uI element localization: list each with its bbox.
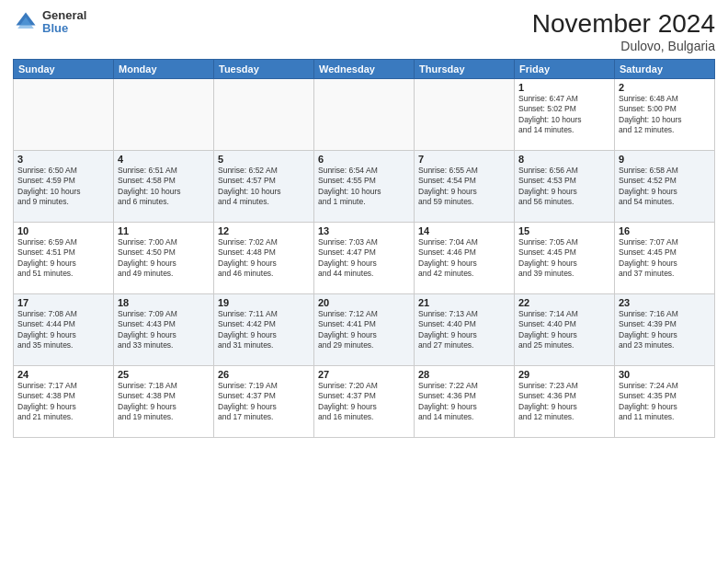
day-info: Sunrise: 7:14 AM Sunset: 4:40 PM Dayligh… [518,309,610,351]
calendar-cell-w3-d6: 23Sunrise: 7:16 AM Sunset: 4:39 PM Dayli… [615,294,715,366]
calendar-week-3: 17Sunrise: 7:08 AM Sunset: 4:44 PM Dayli… [14,294,715,366]
day-number: 18 [118,297,210,308]
day-number: 11 [118,225,210,236]
day-info: Sunrise: 7:18 AM Sunset: 4:38 PM Dayligh… [118,381,210,423]
day-info: Sunrise: 7:12 AM Sunset: 4:41 PM Dayligh… [318,309,410,351]
day-info: Sunrise: 6:54 AM Sunset: 4:55 PM Dayligh… [318,166,410,208]
day-number: 15 [518,225,610,236]
calendar-cell-w0-d1 [114,79,214,151]
calendar-cell-w4-d4: 28Sunrise: 7:22 AM Sunset: 4:36 PM Dayli… [415,366,515,438]
col-saturday: Saturday [615,60,715,79]
calendar-cell-w3-d0: 17Sunrise: 7:08 AM Sunset: 4:44 PM Dayli… [14,294,114,366]
calendar-cell-w4-d0: 24Sunrise: 7:17 AM Sunset: 4:38 PM Dayli… [14,366,114,438]
day-info: Sunrise: 7:03 AM Sunset: 4:47 PM Dayligh… [318,237,410,280]
col-monday: Monday [114,60,214,79]
day-info: Sunrise: 7:24 AM Sunset: 4:35 PM Dayligh… [619,381,711,423]
calendar-cell-w1-d0: 3Sunrise: 6:50 AM Sunset: 4:59 PM Daylig… [14,151,114,223]
day-number: 2 [619,82,711,93]
calendar-cell-w3-d4: 21Sunrise: 7:13 AM Sunset: 4:40 PM Dayli… [415,294,515,366]
calendar-cell-w0-d5: 1Sunrise: 6:47 AM Sunset: 5:02 PM Daylig… [515,79,615,151]
calendar-cell-w3-d3: 20Sunrise: 7:12 AM Sunset: 4:41 PM Dayli… [314,294,415,366]
calendar-cell-w4-d2: 26Sunrise: 7:19 AM Sunset: 4:37 PM Dayli… [214,366,314,438]
day-number: 30 [619,369,711,380]
day-info: Sunrise: 6:47 AM Sunset: 5:02 PM Dayligh… [518,94,610,136]
calendar-cell-w2-d6: 16Sunrise: 7:07 AM Sunset: 4:45 PM Dayli… [615,223,715,294]
day-info: Sunrise: 7:11 AM Sunset: 4:42 PM Dayligh… [218,309,310,351]
logo-text: General Blue [42,9,86,36]
col-tuesday: Tuesday [214,60,314,79]
day-number: 22 [518,297,610,308]
calendar-cell-w2-d5: 15Sunrise: 7:05 AM Sunset: 4:45 PM Dayli… [515,223,615,294]
day-info: Sunrise: 7:17 AM Sunset: 4:38 PM Dayligh… [17,381,109,423]
calendar-cell-w1-d5: 8Sunrise: 6:56 AM Sunset: 4:53 PM Daylig… [515,151,615,223]
calendar-cell-w0-d4 [415,79,515,151]
day-number: 19 [218,297,310,308]
day-number: 25 [118,369,210,380]
logo: General Blue [13,9,86,36]
calendar: Sunday Monday Tuesday Wednesday Thursday… [13,59,715,438]
calendar-cell-w2-d1: 11Sunrise: 7:00 AM Sunset: 4:50 PM Dayli… [114,223,214,294]
day-number: 6 [318,154,410,165]
day-info: Sunrise: 7:22 AM Sunset: 4:36 PM Dayligh… [418,381,510,423]
day-number: 27 [318,369,410,380]
day-number: 1 [518,82,610,93]
day-info: Sunrise: 6:52 AM Sunset: 4:57 PM Dayligh… [218,166,310,208]
day-info: Sunrise: 6:50 AM Sunset: 4:59 PM Dayligh… [17,166,109,208]
col-thursday: Thursday [415,60,515,79]
day-number: 20 [318,297,410,308]
calendar-cell-w4-d1: 25Sunrise: 7:18 AM Sunset: 4:38 PM Dayli… [114,366,214,438]
calendar-header: Sunday Monday Tuesday Wednesday Thursday… [14,60,715,79]
calendar-cell-w3-d2: 19Sunrise: 7:11 AM Sunset: 4:42 PM Dayli… [214,294,314,366]
col-sunday: Sunday [14,60,114,79]
day-number: 7 [418,154,510,165]
calendar-week-4: 24Sunrise: 7:17 AM Sunset: 4:38 PM Dayli… [14,366,715,438]
day-number: 16 [619,225,711,236]
day-number: 8 [518,154,610,165]
day-info: Sunrise: 6:56 AM Sunset: 4:53 PM Dayligh… [518,166,610,208]
calendar-cell-w4-d6: 30Sunrise: 7:24 AM Sunset: 4:35 PM Dayli… [615,366,715,438]
col-wednesday: Wednesday [314,60,415,79]
day-number: 14 [418,225,510,236]
day-info: Sunrise: 7:19 AM Sunset: 4:37 PM Dayligh… [218,381,310,423]
header-row: Sunday Monday Tuesday Wednesday Thursday… [14,60,715,79]
day-info: Sunrise: 7:20 AM Sunset: 4:37 PM Dayligh… [318,381,410,423]
day-number: 21 [418,297,510,308]
calendar-cell-w4-d3: 27Sunrise: 7:20 AM Sunset: 4:37 PM Dayli… [314,366,415,438]
day-info: Sunrise: 6:51 AM Sunset: 4:58 PM Dayligh… [118,166,210,208]
calendar-week-2: 10Sunrise: 6:59 AM Sunset: 4:51 PM Dayli… [14,223,715,294]
calendar-cell-w0-d0 [14,79,114,151]
day-number: 28 [418,369,510,380]
calendar-cell-w1-d6: 9Sunrise: 6:58 AM Sunset: 4:52 PM Daylig… [615,151,715,223]
calendar-cell-w0-d6: 2Sunrise: 6:48 AM Sunset: 5:00 PM Daylig… [615,79,715,151]
day-number: 26 [218,369,310,380]
day-info: Sunrise: 6:48 AM Sunset: 5:00 PM Dayligh… [619,94,711,136]
calendar-cell-w2-d3: 13Sunrise: 7:03 AM Sunset: 4:47 PM Dayli… [314,223,415,294]
day-info: Sunrise: 7:23 AM Sunset: 4:36 PM Dayligh… [518,381,610,423]
day-number: 10 [17,225,109,236]
location: Dulovo, Bulgaria [532,39,715,53]
day-number: 12 [218,225,310,236]
calendar-cell-w3-d1: 18Sunrise: 7:09 AM Sunset: 4:43 PM Dayli… [114,294,214,366]
day-info: Sunrise: 7:00 AM Sunset: 4:50 PM Dayligh… [118,237,210,280]
day-number: 24 [17,369,109,380]
day-info: Sunrise: 6:58 AM Sunset: 4:52 PM Dayligh… [619,166,711,208]
day-info: Sunrise: 7:07 AM Sunset: 4:45 PM Dayligh… [619,237,711,280]
day-info: Sunrise: 6:59 AM Sunset: 4:51 PM Dayligh… [17,237,109,280]
day-number: 17 [17,297,109,308]
calendar-cell-w1-d4: 7Sunrise: 6:55 AM Sunset: 4:54 PM Daylig… [415,151,515,223]
col-friday: Friday [515,60,615,79]
day-number: 29 [518,369,610,380]
logo-blue-text: Blue [42,22,86,35]
logo-icon [13,9,39,35]
day-info: Sunrise: 7:02 AM Sunset: 4:48 PM Dayligh… [218,237,310,280]
day-info: Sunrise: 7:09 AM Sunset: 4:43 PM Dayligh… [118,309,210,351]
day-number: 9 [619,154,711,165]
day-number: 13 [318,225,410,236]
calendar-cell-w0-d2 [214,79,314,151]
day-info: Sunrise: 7:13 AM Sunset: 4:40 PM Dayligh… [418,309,510,351]
day-info: Sunrise: 7:05 AM Sunset: 4:45 PM Dayligh… [518,237,610,280]
calendar-cell-w4-d5: 29Sunrise: 7:23 AM Sunset: 4:36 PM Dayli… [515,366,615,438]
day-number: 4 [118,154,210,165]
calendar-cell-w2-d4: 14Sunrise: 7:04 AM Sunset: 4:46 PM Dayli… [415,223,515,294]
calendar-cell-w1-d2: 5Sunrise: 6:52 AM Sunset: 4:57 PM Daylig… [214,151,314,223]
